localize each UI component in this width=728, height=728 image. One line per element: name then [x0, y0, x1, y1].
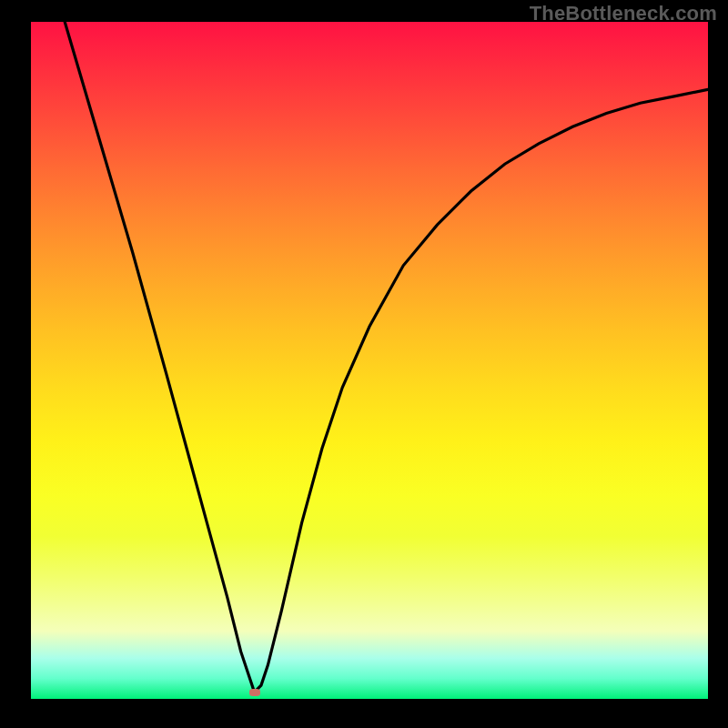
plot-area — [31, 22, 708, 699]
optimal-point-marker — [249, 689, 260, 696]
curve-layer — [31, 22, 708, 699]
watermark-text: TheBottleneck.com — [530, 2, 717, 25]
bottleneck-curve — [65, 22, 708, 693]
